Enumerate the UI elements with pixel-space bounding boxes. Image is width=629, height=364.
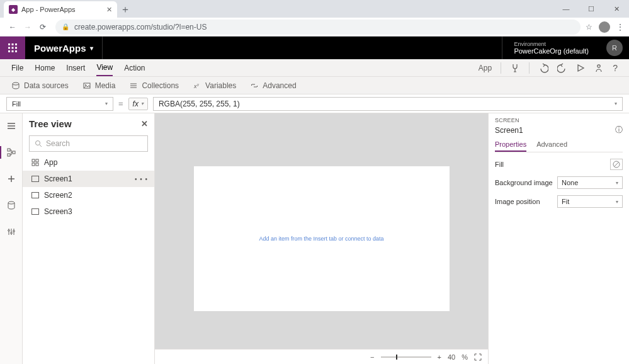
new-tab-button[interactable]: ＋	[117, 1, 133, 18]
brand-dropdown[interactable]: PowerApps ▾	[25, 37, 103, 59]
forward-button[interactable]: →	[20, 20, 35, 35]
browser-tab[interactable]: ◆ App - PowerApps ✕	[4, 1, 117, 18]
svg-rect-3	[8, 47, 10, 49]
tree-item-app[interactable]: App	[23, 154, 154, 171]
profile-avatar[interactable]	[599, 21, 610, 33]
app-launcher-button[interactable]	[0, 37, 25, 59]
bg-image-select[interactable]: None ▾	[557, 176, 623, 189]
svg-rect-6	[8, 50, 10, 52]
property-selector[interactable]: Fill ▾	[6, 97, 113, 111]
svg-point-22	[36, 141, 40, 145]
url-text: create.powerapps.com/studio/?l=en-US	[74, 23, 207, 31]
tree-item-label: Screen1	[44, 174, 72, 183]
ribbon-data-sources[interactable]: Data sources	[11, 81, 69, 90]
menu-insert[interactable]: Insert	[66, 59, 85, 76]
variables-icon: xy	[193, 81, 201, 90]
svg-point-9	[598, 64, 600, 67]
zoom-out-button[interactable]: −	[370, 353, 374, 361]
bookmark-icon[interactable]: ☆	[586, 23, 592, 31]
svg-text:y: y	[197, 82, 199, 86]
share-button[interactable]	[594, 63, 604, 73]
maximize-button[interactable]: ☐	[579, 0, 604, 18]
menu-view[interactable]: View	[96, 59, 113, 76]
reload-button[interactable]: ⟳	[35, 20, 50, 35]
ribbon-label: Collections	[142, 81, 179, 90]
environment-picker[interactable]: Environment PowerCakeOrg (default)	[502, 37, 600, 59]
undo-button[interactable]	[538, 63, 548, 73]
svg-rect-8	[15, 50, 17, 52]
screen-icon	[31, 176, 39, 182]
ribbon-collections[interactable]: Collections	[129, 81, 179, 90]
svg-point-20	[10, 232, 12, 234]
play-button[interactable]	[576, 64, 585, 72]
fill-color-picker[interactable]	[610, 159, 623, 170]
svg-rect-17	[13, 151, 15, 154]
svg-rect-4	[12, 47, 14, 49]
zoom-unit: %	[462, 353, 468, 361]
app-icon	[31, 159, 39, 166]
svg-point-18	[8, 202, 14, 204]
rail-hamburger[interactable]	[3, 117, 20, 135]
image-position-select[interactable]: Fit ▾	[557, 195, 623, 208]
no-color-icon	[613, 161, 620, 168]
fx-icon: fx	[133, 100, 139, 108]
screen-canvas[interactable]: Add an item from the Insert tab or conne…	[194, 166, 450, 311]
view-ribbon: Data sources Media Collections xy Variab…	[0, 77, 629, 94]
ribbon-label: Data sources	[24, 81, 69, 90]
close-window-button[interactable]: ✕	[604, 0, 629, 18]
close-panel-button[interactable]: ✕	[141, 119, 148, 128]
props-info-icon[interactable]: ⓘ	[615, 125, 623, 135]
zoom-in-button[interactable]: +	[438, 353, 441, 361]
redo-button[interactable]	[557, 63, 567, 73]
canvas-footer: − + 40 %	[155, 349, 488, 364]
prop-label: Background image	[495, 179, 557, 186]
back-button[interactable]: ←	[5, 20, 20, 35]
tree-item-screen2[interactable]: Screen2	[23, 187, 154, 203]
tree-item-screen1[interactable]: Screen1 • • •	[23, 171, 154, 187]
app-label[interactable]: App	[479, 64, 492, 72]
prop-row-image-position: Image position Fit ▾	[495, 195, 623, 208]
rail-insert[interactable]	[3, 170, 20, 188]
collections-icon	[129, 81, 138, 90]
rail-tree-view[interactable]	[3, 144, 20, 161]
search-icon	[35, 140, 42, 147]
menu-bar: File Home Insert View Action App ?	[0, 59, 629, 77]
minimize-button[interactable]: —	[553, 0, 579, 18]
url-input[interactable]: 🔒 create.powerapps.com/studio/?l=en-US	[55, 20, 581, 35]
tab-advanced[interactable]: Advanced	[536, 140, 567, 152]
menu-home[interactable]: Home	[35, 59, 55, 76]
tree-item-screen3[interactable]: Screen3	[23, 203, 154, 220]
fx-button[interactable]: fx ▾	[128, 98, 148, 110]
svg-rect-1	[12, 43, 14, 45]
prop-row-bg-image: Background image None ▾	[495, 176, 623, 189]
left-rail	[0, 113, 23, 364]
ribbon-advanced[interactable]: Advanced	[250, 81, 296, 90]
powerapps-favicon: ◆	[9, 5, 18, 14]
fit-screen-button[interactable]	[474, 353, 482, 361]
rail-advanced-tools[interactable]	[3, 223, 20, 241]
tree-search-input[interactable]: Search	[29, 135, 148, 152]
zoom-slider[interactable]	[381, 356, 431, 358]
help-button[interactable]: ?	[613, 63, 618, 73]
rail-data[interactable]	[3, 196, 20, 214]
browser-tab-strip: ◆ App - PowerApps ✕ ＋ — ☐ ✕	[0, 0, 629, 18]
tree-list: App Screen1 • • • Screen2 Screen3	[23, 154, 154, 364]
user-avatar[interactable]: R	[606, 40, 623, 56]
select-value: Fit	[562, 198, 569, 205]
chevron-down-icon: ▾	[90, 45, 93, 52]
tab-properties[interactable]: Properties	[495, 140, 526, 152]
canvas-area: Add an item from the Insert tab or conne…	[155, 113, 488, 364]
more-options-button[interactable]: • • •	[135, 176, 148, 183]
close-icon[interactable]: ✕	[106, 6, 112, 14]
formula-bar: Fill ▾ = fx ▾ RGBA(255, 255, 255, 1) ▾	[0, 94, 629, 113]
formula-input[interactable]: RGBA(255, 255, 255, 1) ▾	[153, 97, 623, 111]
app-checker-icon[interactable]	[510, 63, 520, 73]
browser-menu-icon[interactable]: ⋮	[616, 23, 624, 31]
menu-action[interactable]: Action	[124, 59, 145, 76]
ribbon-variables[interactable]: xy Variables	[193, 81, 236, 90]
ribbon-media[interactable]: Media	[82, 81, 116, 90]
menu-file[interactable]: File	[11, 59, 23, 76]
chevron-down-icon: ▾	[616, 180, 618, 186]
formula-value: RGBA(255, 255, 255, 1)	[159, 100, 240, 108]
brand-label: PowerApps	[34, 43, 86, 54]
